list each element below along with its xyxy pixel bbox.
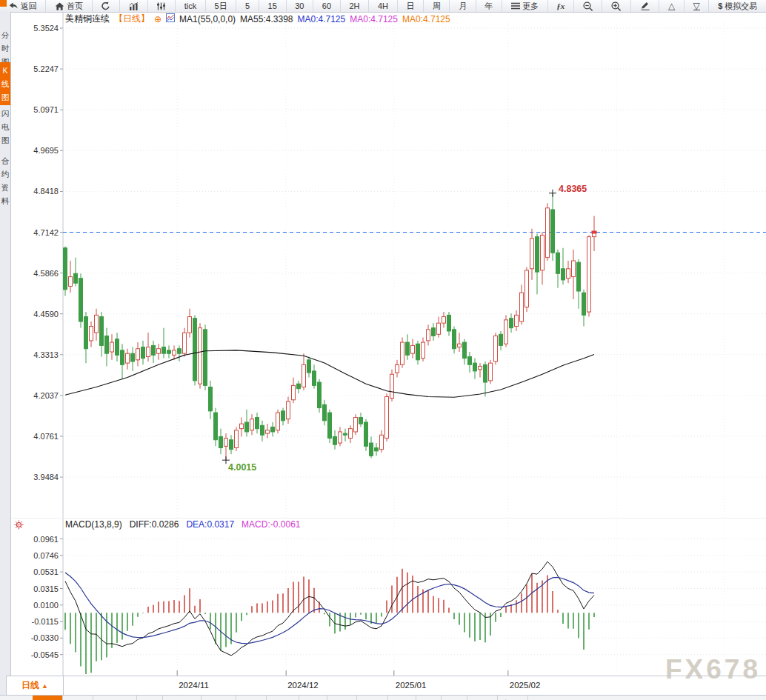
toolbar-button-zoom-out[interactable] [574, 0, 602, 12]
toolbar-button-zoom-in[interactable] [602, 0, 630, 12]
toolbar-button-m30[interactable]: 30 [287, 0, 314, 12]
chart-legend: 美精铜连续【日线】⊕ MA1(55,0,0,0) MA55:4.3398 MA0… [65, 13, 450, 25]
price-chart-canvas[interactable]: 5.35245.22475.09714.96954.84184.71424.58… [0, 0, 766, 700]
app-window: 返回首页tick5日51530602H4H日周月年更多ƒx△▽$模拟交易 分时图… [0, 0, 766, 700]
ma55-value: MA55:4.3398 [240, 14, 293, 24]
macd-params: MACD(13,8,9) [65, 519, 122, 530]
fx-icon: ƒx [556, 2, 564, 10]
toolbar-button-label: 60 [322, 1, 331, 10]
toolbar-button-triangle-down[interactable]: ▽ [685, 0, 710, 12]
sidebar-item-lightning-chart[interactable]: 闪电图 [0, 105, 10, 148]
indicator-tab-设置[interactable]: 设置 [498, 696, 528, 700]
toolbar-button-label: 首页 [67, 1, 83, 12]
zoom-out-icon [583, 1, 593, 11]
toolbar-button-label: 更多 [522, 1, 539, 12]
indicator-tab-bar: 指标模板VIP指标MAMACDBOLLVOLBIASCCIKDJLWRRSISR… [0, 695, 766, 700]
toolbar-button-home[interactable]: 首页 [46, 0, 92, 12]
macd-diff-value: DIFF:0.0286 [130, 519, 179, 530]
mini-chart-icon[interactable] [166, 13, 175, 24]
price-axis-label: 4.8418 [33, 187, 59, 196]
toolbar-button-label: 日 [406, 1, 414, 12]
indicator-tab-模板[interactable]: 模板 [63, 696, 93, 700]
macd-legend: MACD(13,8,9) DIFF:0.0286 DEA:0.0317 MACD… [65, 519, 300, 530]
macd-axis-label: -0.0115 [32, 617, 59, 626]
toolbar-button-h2[interactable]: 2H [341, 0, 369, 12]
toolbar-button-refresh[interactable] [93, 0, 120, 12]
toolbar-button-label: 返回 [21, 1, 37, 12]
price-axis-label: 5.3524 [33, 24, 59, 33]
back-icon [9, 2, 19, 10]
price-axis-label: 5.2247 [33, 64, 59, 73]
toolbar-button-triangle-up[interactable]: △ [659, 0, 685, 12]
indicator-tab-KDJ[interactable]: KDJ [327, 696, 357, 700]
period-tab[interactable]: 日线 ▲ [6, 676, 64, 696]
home-icon [55, 2, 64, 10]
ma0-value-magenta: MA0:4.7125 [350, 14, 398, 24]
toolbar-button-label: 15 [268, 1, 277, 10]
toolbar-button-draw[interactable] [631, 0, 659, 12]
indicator-tab-BIAS[interactable]: BIAS [267, 696, 299, 700]
indicator-tab-MACD[interactable]: MACD [163, 696, 201, 700]
price-axis-label: 4.2037 [33, 391, 59, 400]
price-axis-label: 4.9695 [33, 146, 59, 155]
toolbar-button-m5[interactable]: 5 [236, 0, 259, 12]
macd-axis-label: -0.0330 [31, 633, 59, 642]
sidebar-corner-marker [0, 0, 7, 7]
toolbar-button-chart-style[interactable] [120, 0, 147, 12]
toolbar-button-label: 5 [245, 1, 250, 10]
toolbar-button-label: 周 [433, 1, 441, 12]
indicator-tab-MA[interactable]: MA [137, 696, 164, 700]
indicator-tab-PSY[interactable]: PSY [467, 696, 498, 700]
indicator-tab-LWR[interactable]: LWR [357, 696, 389, 700]
sliders-icon [156, 2, 166, 10]
indicator-tab-BOLL[interactable]: BOLL [202, 696, 236, 700]
refresh-icon [101, 1, 110, 10]
indicator-tab-RSI[interactable]: RSI [388, 696, 416, 700]
toolbar-button-m15[interactable]: 15 [259, 0, 287, 12]
indicator-tab-VIP指标[interactable]: VIP指标 [93, 696, 137, 700]
toolbar-button-fx[interactable]: ƒx [548, 0, 574, 12]
toolbar-button-indicator-panel[interactable] [148, 0, 176, 12]
macd-hist-value: MACD:-0.0061 [242, 519, 300, 530]
toolbar-button-year[interactable]: 年 [476, 0, 502, 12]
circle-plus-icon[interactable]: ⊕ [154, 14, 161, 24]
indicator-tab-CR[interactable]: CR [442, 696, 467, 700]
toolbar: 返回首页tick5日51530602H4H日周月年更多ƒx△▽$模拟交易 [0, 0, 766, 13]
chevron-up-icon: ▲ [41, 682, 48, 690]
toolbar-button-more[interactable]: 更多 [502, 0, 547, 12]
sidebar-item-contract-info[interactable]: 合约资料 [0, 153, 10, 209]
indicator-tab-SR[interactable]: SR [416, 696, 442, 700]
price-axis-label: 4.3313 [33, 350, 59, 359]
toolbar-button-label: 2H [349, 1, 359, 10]
price-axis-label: 4.7142 [33, 228, 59, 237]
toolbar-button-week[interactable]: 周 [424, 0, 450, 12]
period-tab-label: 日线 [21, 679, 39, 692]
ma0-value-orange: MA0:4.7125 [402, 14, 450, 24]
indicator-settings-icon[interactable] [14, 519, 24, 533]
sidebar-item-kline-chart[interactable]: K线图 [0, 62, 10, 105]
toolbar-button-h4[interactable]: 4H [369, 0, 397, 12]
price-axis-label: 4.0761 [33, 432, 59, 441]
toolbar-button-month[interactable]: 月 [450, 0, 476, 12]
toolbar-button-day[interactable]: 日 [398, 0, 424, 12]
indicator-tab-CCI[interactable]: CCI [299, 696, 327, 700]
x-axis-month-label: 2025/02 [510, 681, 541, 690]
macd-axis-label: 0.0531 [33, 567, 59, 576]
x-axis-month-label: 2025/01 [396, 681, 427, 690]
toolbar-button-tick[interactable]: tick [176, 0, 206, 12]
toolbar-button-5d[interactable]: 5日 [206, 0, 237, 12]
indicator-tab-VOL[interactable]: VOL [236, 696, 267, 700]
ma0-value-blue: MA0:4.7125 [298, 14, 346, 24]
symbol-name: 美精铜连续 [65, 13, 110, 25]
x-axis-month-label: 2024/11 [179, 681, 209, 690]
toolbar-button-sim-trade[interactable]: $模拟交易 [709, 0, 766, 12]
price-axis-label: 4.5866 [33, 269, 59, 278]
toolbar-button-label: tick [184, 1, 197, 10]
toolbar-button-back[interactable]: 返回 [0, 0, 46, 12]
bar-chart-icon [129, 2, 139, 10]
indicator-tab-指标[interactable]: 指标 [33, 696, 63, 700]
ma1-params: MA1(55,0,0,0) [179, 14, 236, 24]
price-axis-label: 4.4590 [33, 310, 59, 319]
toolbar-button-m60[interactable]: 60 [313, 0, 341, 12]
dollar-icon: $ [718, 2, 722, 10]
